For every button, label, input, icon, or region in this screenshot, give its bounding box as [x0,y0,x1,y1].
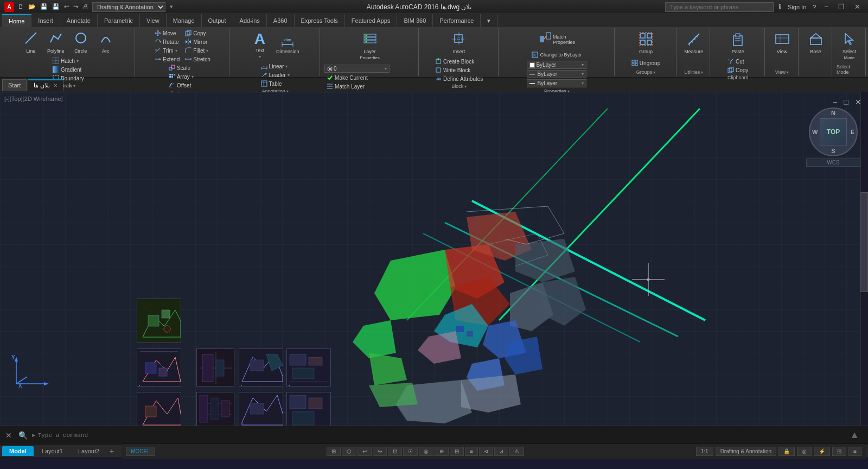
model-tab-layout2[interactable]: Layout2 [71,446,106,456]
thumb-r1-c4[interactable]: ▲ [286,348,331,386]
match-layer-btn[interactable]: Match Layer [324,83,415,90]
mirror-btn[interactable]: Mirror [183,38,213,46]
thumb-r1-c3[interactable]: ▲ [239,348,283,386]
layer-properties-btn[interactable]: Layer Properties [356,29,382,62]
tab-annotate[interactable]: Annotate [60,14,98,27]
tp-btn[interactable]: ⊲ [479,447,493,456]
tab-express[interactable]: Express Tools [295,14,345,27]
vp-close-btn[interactable]: ✕ [853,97,864,107]
fillet-btn[interactable]: Fillet▾ [183,47,213,54]
insert-btn[interactable]: Insert [447,29,471,56]
polyline-btn[interactable]: Polyline [44,29,68,56]
line-btn[interactable]: Line [19,29,43,56]
model-tab-model[interactable]: Model [2,446,34,456]
polar-btn[interactable]: ☉ [403,447,418,456]
thumb-r2-c3[interactable]: ▲ [239,392,283,426]
new-btn[interactable]: 🗋 [16,3,25,11]
table-btn[interactable]: Table [259,80,292,87]
tab-manage[interactable]: Manage [167,14,202,27]
extend-btn[interactable]: Extend [152,55,182,63]
hatch-btn[interactable]: Hatch▾ [50,57,86,65]
anno-mon-btn[interactable]: ⚠ [509,447,524,456]
workspace-selector[interactable]: Drafting & Annotation [92,2,165,12]
save-as-btn[interactable]: 💾 [50,3,61,11]
tab-a360[interactable]: A360 [267,14,295,27]
define-attr-btn[interactable]: A Define Attributes [433,75,485,83]
cmd-search-btn[interactable]: 🔍 [16,430,30,441]
make-current-btn[interactable]: Make Current [324,74,415,81]
dimension-btn[interactable]: dim Dimension [273,29,303,56]
view-panel-btn[interactable]: View [770,29,794,56]
block-label[interactable]: Block ▾ [451,83,467,89]
compass-ring[interactable]: N S E W TOP [809,107,858,156]
move-btn[interactable]: Move [152,29,182,37]
cube-top-face[interactable]: TOP [820,118,847,145]
lineweight-status-btn[interactable]: ≡ [465,447,478,456]
cmd-expand-btn[interactable]: ▲ [850,429,859,441]
linetype-dropdown[interactable]: ByLayer ▾ [527,70,586,78]
base-btn[interactable]: Base [804,29,828,56]
tab-parametric[interactable]: Parametric [98,14,140,27]
undo-status-btn[interactable]: ↩ [358,447,372,456]
clean-screen-btn[interactable]: ⊡ [832,447,846,456]
redo-status-btn[interactable]: ↪ [373,447,387,456]
doc-tab-active[interactable]: بلان ها ✕ [28,79,63,91]
gradient-btn[interactable]: Gradient [50,66,86,73]
snap-grid-btn[interactable]: ⊞ [327,447,341,456]
thumb-main[interactable] [137,299,181,343]
doc-tab-add[interactable]: + [65,80,74,90]
change-bylayer-btn[interactable]: BL Change to ByLayer [529,51,584,59]
offset-btn[interactable]: Offset [167,81,199,89]
arc-btn[interactable]: Arc [94,29,118,56]
thumb-r2-c1[interactable]: ▲ [137,392,181,426]
tab-insert[interactable]: Insert [31,14,60,27]
thumb-r1-c1[interactable]: ▲ [137,348,181,386]
model-tab-layout1[interactable]: Layout1 [35,446,70,456]
leader-btn[interactable]: Leader▾ [259,71,292,79]
scale-btn[interactable]: Scale [167,64,199,72]
hw-accel-btn[interactable]: ⚡ [814,447,830,456]
color-dropdown[interactable]: ByLayer ▾ [527,61,586,69]
isolate-btn[interactable]: ◎ [797,447,812,456]
view-panel-label[interactable]: View ▾ [775,68,789,75]
tab-addins[interactable]: Add-ins [233,14,267,27]
vp-scrollbar-right[interactable] [860,92,868,426]
group-btn[interactable]: Group [634,29,658,56]
cmd-close-btn[interactable]: ✕ [3,430,14,441]
plot-btn[interactable]: 🖨 [81,3,90,11]
undo-btn[interactable]: ↩ [62,3,71,11]
search-input[interactable] [665,2,774,12]
tab-more[interactable]: ▾ [481,14,497,27]
stretch-btn[interactable]: Stretch [183,55,213,63]
thumb-r1-c2[interactable] [196,348,234,386]
tab-output[interactable]: Output [202,14,233,27]
lock-ui-btn[interactable]: 🔒 [778,447,795,456]
tab-featured[interactable]: Featured Apps [345,14,398,27]
tab-performance[interactable]: Performance [433,14,481,27]
text-btn[interactable]: A Text▾ [248,29,272,61]
3dsnap-btn[interactable]: ⊕ [435,447,449,456]
thumb-r2-c4[interactable]: ▲ [286,392,331,426]
copy-btn[interactable]: Copy [183,29,213,37]
info-btn[interactable]: ℹ [777,2,783,11]
create-block-btn[interactable]: Create Block [433,58,485,65]
dyninput-btn[interactable]: ⊟ [450,447,464,456]
close-btn[interactable]: ✕ [851,2,864,12]
model-indicator[interactable]: MODEL [126,447,155,456]
paste-btn[interactable]: Paste [726,29,750,56]
trim-btn[interactable]: Trim▾ [152,47,182,54]
workspace-dropdown-arrow[interactable]: ▾ [170,3,173,10]
groups-label[interactable]: Groups ▾ [636,68,656,75]
select-mode-btn[interactable]: Select Mode [838,29,861,62]
doc-tab-start[interactable]: Start [2,79,27,91]
utilities-label[interactable]: Utilities ▾ [684,68,703,75]
circle-btn[interactable]: Circle [69,29,93,56]
osnap-btn[interactable]: ◎ [419,447,433,456]
iso-btn[interactable]: ⊿ [494,447,508,456]
ortho-btn[interactable]: ⊡ [388,447,402,456]
copy-clip-btn[interactable]: Copy [725,66,750,74]
match-properties-btn[interactable]: MatchProperties [529,29,584,50]
tab-home[interactable]: Home [2,14,31,27]
thumb-r2-c2[interactable] [196,392,234,426]
doc-tab-close[interactable]: ✕ [53,83,58,88]
